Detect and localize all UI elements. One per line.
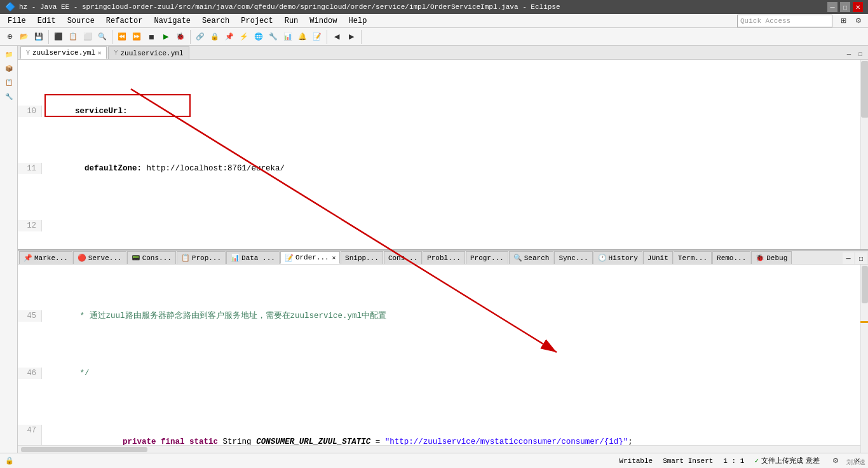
maximize-button[interactable]: □ [840, 2, 850, 12]
menu-file[interactable]: File [3, 15, 31, 27]
sidebar-icon4[interactable]: 🔧 [3, 90, 15, 103]
bottom-line-content-45: * 通过zuul路由服务器静念路由到客户服务地址，需要在zuulservice.… [51, 310, 386, 322]
line-content-11: defaultZone: http://localhost:8761/eurek… [51, 163, 285, 174]
tab-zuulservice-inactive[interactable]: Y zuulservice.yml [108, 46, 189, 59]
toolbar-btn2[interactable]: 📂 [17, 30, 31, 44]
toolbar-extra-btn1[interactable]: ⊞ [836, 14, 850, 28]
tab-terminal[interactable]: Term... [674, 251, 712, 264]
fold-12 [42, 220, 51, 231]
quick-access-input[interactable]: Quick Access [737, 15, 832, 27]
tab-progress[interactable]: Progr... [466, 251, 508, 264]
titlebar-controls[interactable]: ─ □ ✕ [827, 2, 863, 12]
tab-junit[interactable]: JUnit [643, 251, 673, 264]
tab-remote[interactable]: Remo... [712, 251, 750, 264]
tab-zuulservice-active[interactable]: Y zuulservice.yml ✕ [20, 46, 107, 59]
tab-search[interactable]: 🔍 Search [509, 251, 554, 264]
forward-button[interactable]: ▶ [344, 30, 358, 44]
bottom-scrollbar-thumb[interactable] [862, 266, 868, 303]
run-button[interactable]: ▶ [159, 30, 173, 44]
toolbar-btn4[interactable]: 📋 [66, 30, 80, 44]
toolbar-btn10[interactable]: 🔗 [193, 30, 207, 44]
menu-window[interactable]: Window [304, 15, 342, 27]
upload-label: 文件上传完成 [761, 456, 803, 465]
tab-console2[interactable]: Cons... [384, 251, 422, 264]
debug-button[interactable]: 🐞 [173, 30, 187, 44]
tab-history[interactable]: 🕐 History [593, 251, 642, 264]
toolbar-btn14[interactable]: 🌐 [252, 30, 266, 44]
order-icon: 📝 [285, 254, 294, 262]
top-maximize-btn[interactable]: □ [855, 49, 865, 59]
back-button[interactable]: ◀ [330, 30, 344, 44]
order-close[interactable]: ✕ [332, 254, 336, 261]
statusbar-settings-btn[interactable]: ⚙ [830, 455, 841, 467]
tab-snippets[interactable]: Snipp... [341, 251, 383, 264]
menu-navigate[interactable]: Navigate [149, 15, 196, 27]
tab-properties[interactable]: 📋 Prop... [177, 251, 226, 264]
check-icon: ✓ [754, 457, 759, 465]
bottom-minimize-btn[interactable]: ─ [843, 252, 854, 264]
toolbar-btn15[interactable]: 🔧 [266, 30, 280, 44]
smart-insert-status: Smart Insert [663, 457, 713, 465]
tab-yaml-icon2: Y [114, 50, 118, 57]
tab-sync[interactable]: Sync... [554, 251, 592, 264]
toolbar-btn6[interactable]: 🔍 [95, 30, 109, 44]
menu-help[interactable]: Help [344, 15, 372, 27]
top-scrollbar-thumb[interactable] [861, 61, 868, 118]
bottom-hscrollbar[interactable] [18, 445, 860, 453]
line-num-12: 12 [18, 220, 42, 231]
top-minimize-btn[interactable]: ─ [844, 49, 854, 59]
sidebar-package-explorer[interactable]: 📁 [3, 48, 15, 61]
menu-source[interactable]: Source [62, 15, 100, 27]
tab-data[interactable]: 📊 Data ... [226, 251, 280, 264]
tab-problems[interactable]: Probl... [423, 251, 465, 264]
toolbar-btn5[interactable]: ⬜ [81, 30, 95, 44]
menu-project[interactable]: Project [236, 15, 278, 27]
toolbar-btn11[interactable]: 🔒 [208, 30, 222, 44]
toolbar-btn16[interactable]: 📊 [281, 30, 295, 44]
toolbar-btn9[interactable]: ⏹ [144, 30, 158, 44]
menu-search[interactable]: Search [197, 15, 234, 27]
tab-markers[interactable]: 📌 Marke... [19, 251, 72, 264]
top-scrollbar[interactable] [860, 60, 868, 249]
fold-10 [42, 106, 51, 117]
menu-edit[interactable]: Edit [32, 15, 61, 27]
sidebar-icon3[interactable]: 📋 [3, 76, 15, 89]
bottom-code-content: 45 * 通过zuul路由服务器静念路由到客户服务地址，需要在zuulservi… [18, 265, 868, 453]
bottom-maximize-btn[interactable]: □ [855, 252, 867, 264]
toolbar-btn17[interactable]: 🔔 [295, 30, 309, 44]
position-label: 1 : 1 [723, 457, 744, 465]
toolbar-btn18[interactable]: 📝 [310, 30, 324, 44]
minimize-button[interactable]: ─ [827, 2, 837, 12]
toolbar-extra-btn2[interactable]: ⚙ [851, 14, 865, 28]
top-code-editor[interactable]: Y zuulservice.yml ✕ Y zuulservice.yml ─ … [18, 46, 868, 249]
bottom-panel: 📌 Marke... 🔴 Serve... 📟 Cons... 📋 Prop..… [18, 249, 868, 453]
writable-status: Writable [619, 457, 653, 465]
warning-indicator [860, 321, 868, 323]
line-content-12 [51, 220, 61, 231]
bottom-hscrollbar-thumb[interactable] [21, 447, 147, 452]
top-code-scroll[interactable]: 10 serviceUrl: 11 defaultZone: http://lo… [18, 60, 868, 249]
tab-close-active[interactable]: ✕ [98, 50, 101, 57]
menu-refactor[interactable]: Refactor [101, 15, 148, 27]
bottom-line-46: 46 */ [18, 368, 868, 379]
toolbar-btn7[interactable]: ⏪ [115, 30, 129, 44]
tab-zuulservice-inactive-label: zuulservice.yml [120, 50, 183, 57]
tab-order[interactable]: 📝 Order... ✕ [280, 251, 340, 264]
close-button[interactable]: ✕ [853, 2, 863, 12]
tab-servers[interactable]: 🔴 Serve... [73, 251, 126, 264]
toolbar-btn8[interactable]: ⏩ [130, 30, 144, 44]
new-button[interactable]: ⊕ [3, 30, 17, 44]
toolbar-btn12[interactable]: 📌 [222, 30, 236, 44]
bottom-code-area[interactable]: 45 * 通过zuul路由服务器静念路由到客户服务地址，需要在zuulservi… [18, 265, 868, 453]
bottom-scrollbar[interactable] [860, 265, 868, 453]
junit-label: JUnit [648, 254, 668, 262]
toolbar-btn3[interactable]: ⬛ [51, 30, 65, 44]
bottom-line-45: 45 * 通过zuul路由服务器静念路由到客户服务地址，需要在zuulservi… [18, 310, 868, 322]
sidebar-icon2[interactable]: 📦 [3, 62, 15, 75]
menu-run[interactable]: Run [280, 15, 304, 27]
bottom-panel-controls: ─ □ [843, 252, 867, 264]
toolbar-btn13[interactable]: ⚡ [237, 30, 251, 44]
tab-console1[interactable]: 📟 Cons... [127, 251, 176, 264]
save-button[interactable]: 💾 [32, 30, 46, 44]
tab-debug[interactable]: 🐞 Debug [751, 251, 792, 264]
